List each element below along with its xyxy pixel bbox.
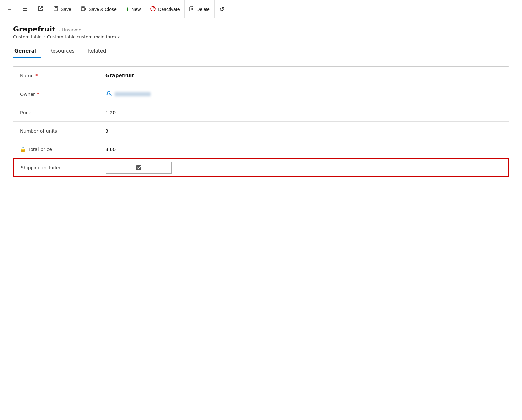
- refresh-button[interactable]: ↺: [215, 0, 229, 18]
- owner-name-blurred: [115, 92, 151, 96]
- new-label: New: [131, 7, 141, 12]
- field-label-shipping: Shipping included: [21, 165, 106, 170]
- tab-resources[interactable]: Resources: [48, 45, 80, 58]
- back-button[interactable]: ←: [4, 0, 17, 18]
- field-label-total-price: 🔒 Total price: [20, 147, 105, 152]
- page-header: Grapefruit - Unsaved Custom table · Cust…: [0, 18, 522, 39]
- table-name: Custom table: [13, 34, 42, 39]
- shipping-label-text: Shipping included: [21, 165, 62, 170]
- list-icon: [22, 6, 28, 13]
- delete-label: Delete: [196, 7, 209, 12]
- svg-rect-0: [23, 7, 27, 7]
- owner-value-row: [105, 90, 502, 98]
- svg-rect-5: [54, 9, 57, 10]
- owner-person-icon: [105, 90, 112, 98]
- tab-resources-label: Resources: [49, 48, 75, 54]
- page-subtitle: Custom table · Custom table custom main …: [13, 34, 509, 39]
- field-row-units: Number of units 3: [13, 122, 509, 140]
- shipping-checkbox[interactable]: [136, 165, 141, 170]
- field-row-shipping: Shipping included: [13, 158, 509, 177]
- refresh-icon: ↺: [219, 6, 224, 13]
- save-label: Save: [61, 7, 71, 12]
- delete-icon: [189, 6, 194, 13]
- share-button[interactable]: [33, 0, 48, 18]
- tab-related[interactable]: Related: [86, 45, 112, 58]
- field-label-units: Number of units: [20, 128, 105, 134]
- form-dropdown-chevron-icon: ∨: [117, 35, 120, 39]
- svg-rect-7: [82, 7, 84, 8]
- field-value-name[interactable]: Grapefruit: [105, 73, 502, 79]
- share-icon: [37, 6, 43, 13]
- deactivate-button[interactable]: Deactivate: [145, 0, 185, 18]
- field-row-name: Name * Grapefruit: [13, 67, 509, 85]
- form-section: Name * Grapefruit Owner * Price: [13, 66, 509, 177]
- svg-point-21: [107, 91, 110, 94]
- deactivate-label: Deactivate: [158, 7, 180, 12]
- field-value-total-price: 3.60: [105, 147, 502, 152]
- field-value-owner[interactable]: [105, 90, 502, 98]
- subtitle-dot: ·: [44, 34, 45, 39]
- field-value-shipping[interactable]: [106, 162, 501, 174]
- svg-rect-1: [23, 8, 27, 9]
- save-close-icon: [81, 6, 87, 13]
- form-selector[interactable]: Custom table custom main form ∨: [47, 34, 120, 39]
- field-label-price: Price: [20, 110, 105, 115]
- field-value-units[interactable]: 3: [105, 128, 502, 134]
- tab-related-label: Related: [88, 48, 106, 54]
- tab-general-label: General: [14, 48, 36, 54]
- form-name: Custom table custom main form: [47, 34, 116, 39]
- delete-button[interactable]: Delete: [185, 0, 214, 18]
- shipping-checkbox-container[interactable]: [106, 162, 172, 174]
- new-button[interactable]: + New: [121, 0, 146, 18]
- field-row-total-price: 🔒 Total price 3.60: [13, 140, 509, 158]
- field-row-price: Price 1.20: [13, 103, 509, 122]
- save-close-button[interactable]: Save & Close: [76, 0, 121, 18]
- required-indicator-owner: *: [37, 92, 39, 97]
- list-view-button[interactable]: [17, 0, 33, 18]
- field-label-name: Name *: [20, 73, 105, 78]
- svg-rect-4: [55, 6, 57, 8]
- unsaved-indicator: - Unsaved: [59, 27, 82, 32]
- page-title: Grapefruit: [13, 25, 55, 33]
- field-label-owner: Owner *: [20, 92, 105, 97]
- svg-rect-2: [23, 10, 27, 10]
- toolbar: ← Save: [0, 0, 522, 18]
- tabs-bar: General Resources Related: [0, 45, 522, 58]
- required-indicator-name: *: [35, 73, 38, 78]
- deactivate-icon: [150, 6, 156, 13]
- field-value-price[interactable]: 1.20: [105, 110, 502, 115]
- save-close-label: Save & Close: [89, 7, 117, 12]
- lock-icon: 🔒: [20, 147, 26, 152]
- new-plus-icon: +: [126, 6, 130, 12]
- back-icon: ←: [7, 6, 12, 12]
- save-button[interactable]: Save: [48, 0, 76, 18]
- field-row-owner: Owner *: [13, 85, 509, 103]
- tab-general[interactable]: General: [13, 45, 41, 58]
- save-icon: [53, 6, 59, 13]
